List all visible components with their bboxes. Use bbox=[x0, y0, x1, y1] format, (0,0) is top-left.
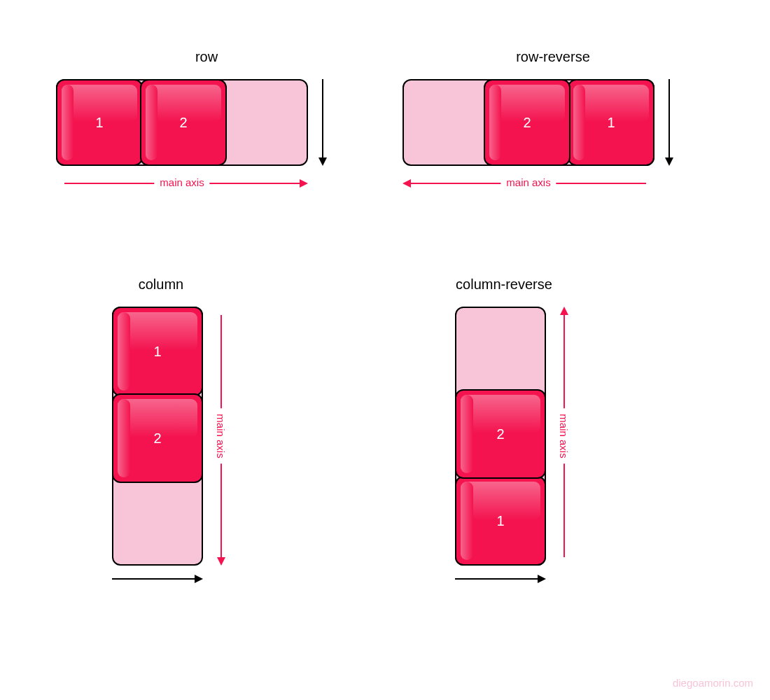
title-row: row bbox=[80, 49, 332, 65]
arrowhead-down-icon bbox=[318, 158, 327, 166]
flex-container-row-reverse: 1 2 bbox=[402, 79, 654, 166]
arrowhead-down-icon bbox=[665, 158, 673, 166]
arrowhead-right-icon bbox=[195, 575, 203, 583]
main-axis-label: main axis bbox=[215, 408, 227, 463]
cross-axis-arrow bbox=[668, 79, 670, 158]
item-label: 1 bbox=[95, 115, 103, 131]
flex-item: 2 bbox=[140, 79, 227, 166]
arrowhead-down-icon bbox=[217, 557, 225, 566]
item-label: 2 bbox=[179, 115, 187, 131]
watermark: diegoamorin.com bbox=[673, 677, 753, 689]
arrowhead-up-icon bbox=[560, 307, 568, 315]
item-label: 2 bbox=[153, 430, 161, 447]
cross-axis-arrow bbox=[322, 79, 323, 158]
flex-item: 1 bbox=[112, 307, 203, 396]
item-label: 2 bbox=[523, 115, 531, 131]
diagram-column: column 1 2 main axis bbox=[112, 276, 294, 595]
flex-item: 1 bbox=[568, 79, 654, 166]
title-column-reverse: column-reverse bbox=[420, 276, 588, 293]
item-label: 2 bbox=[496, 426, 504, 442]
diagram-row-reverse: row-reverse 1 2 main axis bbox=[402, 49, 704, 197]
item-label: 1 bbox=[153, 344, 161, 360]
main-axis-label: main axis bbox=[558, 408, 570, 463]
main-axis-row: main axis bbox=[56, 176, 308, 197]
cross-axis-column-reverse bbox=[455, 574, 546, 595]
flex-item: 1 bbox=[56, 79, 143, 166]
title-column: column bbox=[91, 276, 231, 293]
arrowhead-right-icon bbox=[538, 575, 546, 583]
main-axis-label: main axis bbox=[154, 176, 209, 188]
cross-axis-column bbox=[112, 574, 203, 595]
item-label: 1 bbox=[607, 115, 615, 131]
flex-container-row: 1 2 bbox=[56, 79, 308, 166]
flex-item: 1 bbox=[455, 476, 546, 566]
main-axis-label: main axis bbox=[500, 176, 556, 188]
arrowhead-right-icon bbox=[300, 179, 308, 188]
main-axis-row-reverse: main axis bbox=[402, 176, 654, 197]
flex-item: 2 bbox=[484, 79, 570, 166]
flex-container-column-reverse: 1 2 bbox=[455, 307, 546, 566]
diagram-column-reverse: column-reverse 1 2 main axis bbox=[455, 276, 637, 595]
flex-item: 2 bbox=[455, 389, 546, 479]
flex-item: 2 bbox=[112, 393, 203, 483]
flex-container-column: 1 2 bbox=[112, 307, 203, 566]
title-row-reverse: row-reverse bbox=[427, 49, 679, 65]
arrowhead-left-icon bbox=[402, 179, 411, 188]
diagram-row: row 1 2 main axis bbox=[56, 49, 357, 197]
item-label: 1 bbox=[496, 513, 504, 529]
